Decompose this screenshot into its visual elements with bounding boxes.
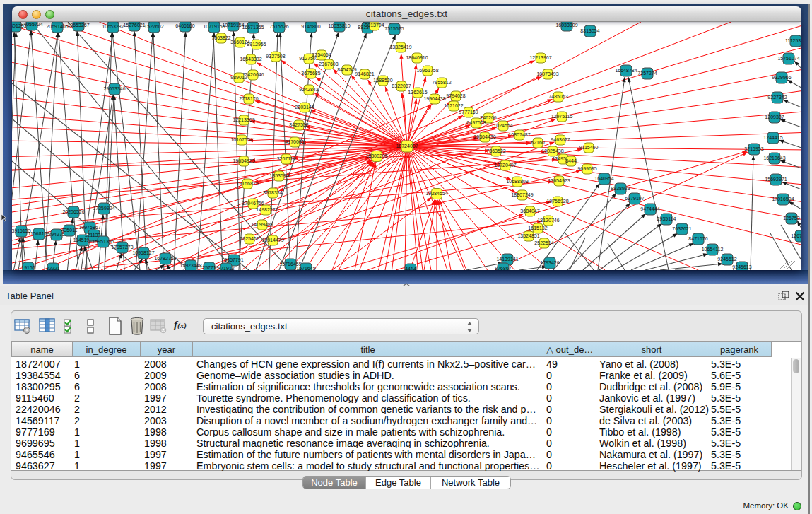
- svg-text:2254654: 2254654: [312, 52, 331, 57]
- svg-text:11125344: 11125344: [785, 38, 801, 43]
- svg-text:12975115: 12975115: [551, 114, 573, 119]
- svg-text:16210643: 16210643: [763, 156, 785, 160]
- svg-text:18300295: 18300295: [365, 153, 387, 158]
- svg-text:3215953: 3215953: [744, 146, 763, 151]
- svg-text:8427552: 8427552: [289, 122, 308, 127]
- svg-text:6466160: 6466160: [175, 23, 194, 28]
- svg-text:8322037: 8322037: [392, 83, 411, 88]
- svg-text:126753: 126753: [783, 216, 799, 221]
- svg-text:20206526: 20206526: [62, 209, 84, 214]
- svg-text:9794028: 9794028: [446, 93, 465, 98]
- svg-text:18807249: 18807249: [511, 192, 533, 197]
- svg-text:9227342: 9227342: [767, 95, 787, 100]
- svg-text:1267534: 1267534: [791, 233, 801, 238]
- svg-text:18120746: 18120746: [537, 218, 559, 223]
- svg-text:15692971: 15692971: [765, 177, 787, 182]
- svg-text:9115460: 9115460: [579, 145, 599, 150]
- svg-text:9242843: 9242843: [299, 87, 318, 92]
- svg-text:13524851: 13524851: [517, 233, 539, 238]
- svg-text:16033810: 16033810: [328, 23, 350, 28]
- svg-text:10107554: 10107554: [230, 137, 252, 142]
- svg-text:16961758: 16961758: [416, 68, 438, 73]
- svg-text:7663822: 7663822: [211, 35, 230, 40]
- svg-text:10653267: 10653267: [67, 23, 89, 28]
- svg-text:2935114: 2935114: [657, 216, 676, 221]
- svg-text:14139141: 14139141: [496, 257, 518, 262]
- svg-text:1615132: 1615132: [528, 226, 547, 230]
- svg-text:10807487: 10807487: [508, 132, 530, 137]
- svg-text:20691406: 20691406: [46, 24, 68, 29]
- svg-text:746206: 746206: [480, 115, 496, 120]
- svg-text:9857791: 9857791: [224, 257, 243, 262]
- svg-text:16671355: 16671355: [242, 25, 264, 30]
- svg-text:4170061: 4170061: [285, 139, 304, 144]
- svg-text:12213967: 12213967: [529, 55, 551, 60]
- svg-text:3684047: 3684047: [520, 209, 539, 214]
- svg-text:7632621: 7632621: [672, 226, 691, 231]
- svg-text:8578334: 8578334: [263, 190, 282, 195]
- svg-text:9327508: 9327508: [266, 54, 285, 59]
- svg-text:16033809: 16033809: [555, 23, 577, 28]
- svg-text:9245612: 9245612: [717, 257, 736, 262]
- svg-text:24055724: 24055724: [20, 22, 42, 27]
- svg-text:876867: 876867: [495, 266, 511, 270]
- svg-text:19155: 19155: [21, 265, 35, 270]
- svg-text:6497508: 6497508: [466, 120, 486, 125]
- svg-text:18724007: 18724007: [396, 144, 418, 148]
- svg-text:10719154: 10719154: [222, 23, 244, 28]
- svg-text:3675685: 3675685: [301, 71, 320, 76]
- svg-text:7357274: 7357274: [637, 71, 657, 76]
- svg-text:15751074: 15751074: [777, 56, 799, 61]
- svg-text:8471676: 8471676: [688, 236, 707, 241]
- svg-text:989012: 989012: [230, 75, 247, 80]
- svg-text:9463627: 9463627: [551, 137, 570, 142]
- svg-text:9699695: 9699695: [577, 166, 596, 171]
- svg-text:10688809: 10688809: [506, 179, 528, 184]
- svg-text:1244415: 1244415: [763, 135, 782, 140]
- svg-text:15276021: 15276021: [123, 23, 145, 28]
- svg-text:10958127: 10958127: [132, 250, 154, 255]
- svg-text:7515526: 7515526: [269, 24, 288, 29]
- svg-text:1498222: 1498222: [256, 207, 275, 212]
- svg-text:7625402: 7625402: [240, 236, 259, 241]
- svg-text:13325419: 13325419: [389, 45, 411, 49]
- svg-text:15951355: 15951355: [92, 239, 114, 244]
- svg-text:14099489: 14099489: [251, 222, 273, 227]
- svg-text:17046766: 17046766: [242, 201, 264, 206]
- svg-text:8913704: 8913704: [365, 23, 384, 28]
- svg-text:20364436: 20364436: [473, 134, 495, 139]
- svg-text:9474444: 9474444: [640, 206, 659, 211]
- svg-text:12213369: 12213369: [233, 117, 254, 122]
- svg-text:17016504: 17016504: [772, 197, 794, 201]
- svg-text:19384554: 19384554: [425, 191, 447, 196]
- svg-text:19654925: 19654925: [233, 158, 254, 163]
- svg-text:9777169: 9777169: [459, 110, 478, 115]
- svg-text:1793426: 1793426: [540, 260, 559, 265]
- svg-text:10654112: 10654112: [702, 247, 724, 252]
- svg-text:771912: 771912: [218, 266, 234, 270]
- svg-text:2803144: 2803144: [295, 105, 314, 110]
- svg-text:9146800: 9146800: [301, 24, 320, 29]
- svg-text:17359924: 17359924: [93, 206, 114, 211]
- svg-text:18720407: 18720407: [494, 163, 516, 168]
- svg-text:18640910: 18640910: [406, 55, 428, 60]
- svg-text:6379197: 6379197: [625, 196, 644, 201]
- svg-text:32221: 32221: [46, 266, 60, 270]
- svg-text:9146821: 9146821: [355, 71, 374, 76]
- svg-text:1621022: 1621022: [444, 103, 463, 108]
- svg-text:435011: 435011: [61, 228, 78, 233]
- svg-text:1362615: 1362615: [408, 90, 427, 95]
- svg-text:1257719: 1257719: [199, 265, 218, 270]
- svg-text:10756928: 10756928: [546, 199, 568, 204]
- svg-text:10975867: 10975867: [78, 225, 100, 230]
- svg-text:29053346: 29053346: [103, 86, 125, 91]
- svg-text:12923448: 12923448: [180, 263, 201, 268]
- svg-text:17957273: 17957273: [111, 245, 133, 250]
- svg-text:1353594: 1353594: [269, 173, 288, 178]
- svg-text:9245613: 9245613: [732, 264, 751, 269]
- svg-text:1571645: 1571645: [296, 266, 315, 270]
- svg-text:2718170: 2718170: [239, 96, 258, 101]
- svg-text:8912955: 8912955: [247, 42, 266, 47]
- svg-text:1640954: 1640954: [594, 176, 613, 181]
- svg-text:3267110: 3267110: [277, 156, 296, 161]
